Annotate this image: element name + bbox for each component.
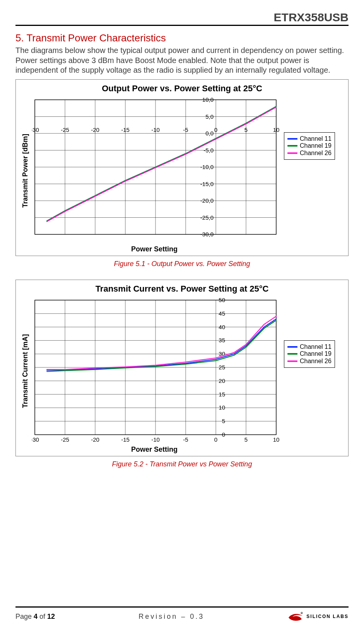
- legend-row: Channel 11: [287, 343, 332, 350]
- svg-text:5,0: 5,0: [205, 113, 214, 120]
- svg-text:35: 35: [219, 337, 225, 343]
- section-number: 5.: [15, 32, 24, 44]
- section-heading: 5. Transmit Power Characteristics: [15, 32, 349, 44]
- legend-swatch-ch26: [287, 152, 297, 154]
- svg-text:25: 25: [219, 364, 225, 370]
- svg-text:-25: -25: [61, 126, 69, 133]
- legend-swatch-ch11: [287, 138, 297, 140]
- legend-label: Channel 26: [300, 358, 332, 365]
- product-name: ETRX358USB: [15, 11, 349, 24]
- legend-row: Channel 19: [287, 142, 332, 149]
- svg-text:0: 0: [222, 431, 225, 438]
- svg-text:10,0: 10,0: [202, 97, 214, 103]
- chart2-title: Transmit Current vs. Power Setting at 25…: [19, 284, 345, 294]
- svg-text:-15: -15: [121, 436, 130, 443]
- legend-label: Channel 19: [300, 350, 332, 357]
- svg-text:-5: -5: [183, 126, 188, 133]
- svg-text:15: 15: [219, 391, 225, 397]
- svg-text:-20: -20: [91, 436, 99, 443]
- svg-text:-5,0: -5,0: [203, 147, 214, 153]
- svg-text:5: 5: [244, 126, 248, 133]
- revision-label: Revision – 0.3: [138, 613, 204, 621]
- svg-text:5: 5: [244, 436, 248, 443]
- svg-text:-20: -20: [91, 126, 99, 133]
- chart1-ylabel: Transmit Power [dBm]: [19, 134, 32, 208]
- section-title: Transmit Power Characteristics: [26, 32, 166, 44]
- svg-text:-15: -15: [121, 126, 130, 133]
- figure-1-box: Output Power vs. Power Setting at 25°C T…: [15, 79, 349, 256]
- page-header: ETRX358USB: [15, 11, 349, 26]
- svg-text:-25,0: -25,0: [200, 214, 214, 220]
- svg-text:0: 0: [214, 436, 217, 443]
- svg-text:5: 5: [222, 418, 225, 424]
- brand-logo: R SILICON LABS: [288, 611, 349, 622]
- legend-row: Channel 19: [287, 350, 332, 357]
- svg-text:-5: -5: [183, 436, 188, 443]
- chart1-legend: Channel 11 Channel 19 Channel 26: [284, 132, 335, 160]
- svg-text:R: R: [301, 613, 302, 614]
- legend-swatch-ch19: [287, 145, 297, 147]
- svg-text:-10: -10: [151, 436, 160, 443]
- legend-swatch-ch26: [287, 360, 297, 362]
- page-footer: Page 4 of 12 Revision – 0.3 R SILICON LA…: [15, 606, 349, 622]
- svg-text:10: 10: [273, 436, 279, 443]
- legend-label: Channel 11: [300, 135, 332, 142]
- chart2-ylabel: Transmit Current [mA]: [19, 334, 32, 408]
- svg-text:0,0: 0,0: [205, 130, 214, 137]
- svg-text:-10,0: -10,0: [200, 164, 214, 170]
- chart2-plot: 50454035302520151050-30-25-20-15-10-5051…: [32, 298, 279, 445]
- legend-label: Channel 11: [300, 343, 332, 350]
- svg-text:-10: -10: [151, 126, 160, 133]
- figure2-caption: Figure 5.2 - Transmit Power vs Power Set…: [15, 460, 349, 468]
- svg-text:10: 10: [273, 126, 279, 133]
- chart2-legend: Channel 11 Channel 19 Channel 26: [284, 340, 335, 368]
- chart2-xlabel: Power Setting: [31, 445, 278, 454]
- svg-text:-20,0: -20,0: [200, 197, 214, 204]
- chart1-xlabel: Power Setting: [31, 244, 278, 253]
- legend-label: Channel 19: [300, 142, 332, 149]
- svg-text:-15,0: -15,0: [200, 180, 214, 187]
- chart1-title: Output Power vs. Power Setting at 25°C: [19, 84, 345, 94]
- section-body: The diagrams below show the typical outp…: [15, 46, 349, 75]
- svg-text:45: 45: [219, 310, 225, 317]
- legend-label: Channel 26: [300, 150, 332, 157]
- legend-row: Channel 26: [287, 358, 332, 365]
- svg-text:50: 50: [219, 298, 225, 303]
- svg-text:-30: -30: [32, 436, 39, 443]
- figure-2-box: Transmit Current vs. Power Setting at 25…: [15, 280, 349, 456]
- svg-text:-30,0: -30,0: [200, 231, 214, 237]
- figure1-caption: Figure 5.1 - Output Power vs. Power Sett…: [15, 260, 349, 268]
- page-indicator: Page 4 of 12: [15, 613, 55, 621]
- svg-text:0: 0: [214, 126, 217, 133]
- silabs-logo-icon: R: [288, 611, 303, 622]
- svg-text:20: 20: [219, 377, 225, 384]
- svg-text:40: 40: [219, 323, 225, 330]
- legend-row: Channel 26: [287, 150, 332, 157]
- legend-swatch-ch11: [287, 346, 297, 348]
- brand-name: SILICON LABS: [306, 614, 349, 619]
- chart1-plot: 10,05,00,0-5,0-10,0-15,0-20,0-25,0-30,0-…: [32, 97, 279, 244]
- legend-row: Channel 11: [287, 135, 332, 142]
- svg-text:10: 10: [219, 404, 225, 411]
- legend-swatch-ch19: [287, 353, 297, 355]
- svg-text:-25: -25: [61, 436, 69, 443]
- svg-text:-30: -30: [32, 126, 39, 133]
